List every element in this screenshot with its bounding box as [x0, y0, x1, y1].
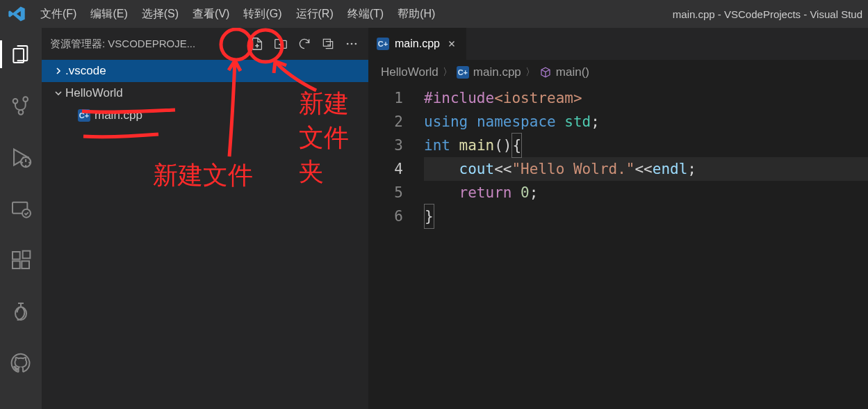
- line-gutter: 1 2 3 4 5 6: [368, 86, 424, 228]
- menubar: 文件(F) 编辑(E) 选择(S) 查看(V) 转到(G) 运行(R) 终端(T…: [33, 0, 442, 28]
- svg-point-2: [19, 110, 24, 115]
- code-content[interactable]: #include<iostream> using namespace std; …: [424, 86, 868, 228]
- tab-main-cpp[interactable]: C+ main.cpp: [368, 28, 466, 60]
- svg-point-11: [347, 43, 349, 45]
- activity-scm-icon[interactable]: [0, 88, 42, 124]
- activity-extensions-icon[interactable]: [0, 242, 42, 278]
- activity-remote-icon[interactable]: [0, 191, 42, 227]
- svg-rect-9: [23, 251, 31, 259]
- menu-go[interactable]: 转到(G): [236, 0, 288, 28]
- menu-file[interactable]: 文件(F): [33, 0, 83, 28]
- breadcrumb-symbol[interactable]: main(): [539, 65, 589, 79]
- vscode-logo-icon: [0, 5, 33, 23]
- editor-tabs: C+ main.cpp: [368, 28, 868, 60]
- svg-rect-8: [22, 261, 29, 268]
- menu-view[interactable]: 查看(V): [186, 0, 236, 28]
- explorer-sidebar: 资源管理器: VSCODEPROJE...: [42, 28, 368, 409]
- cpp-file-icon: C+: [76, 109, 92, 122]
- menu-help[interactable]: 帮助(H): [391, 0, 442, 28]
- explorer-title: 资源管理器: VSCODEPROJE...: [50, 38, 249, 51]
- svg-point-0: [23, 97, 28, 102]
- more-icon[interactable]: [343, 35, 360, 52]
- breadcrumbs[interactable]: HelloWorld 〉 C+ main.cpp 〉 main(): [368, 60, 868, 85]
- close-icon[interactable]: [445, 38, 458, 50]
- menu-terminal[interactable]: 终端(T): [341, 0, 391, 28]
- annotation-new-file: 新建文件: [153, 159, 253, 193]
- tree-label: main.cpp: [95, 109, 142, 122]
- tab-label: main.cpp: [395, 38, 440, 50]
- menu-edit[interactable]: 编辑(E): [83, 0, 134, 28]
- chevron-right-icon: 〉: [525, 66, 535, 79]
- tree-folder-vscode[interactable]: .vscode: [42, 60, 368, 82]
- tree-label: HelloWorld: [65, 86, 123, 100]
- activity-github-icon[interactable]: [0, 345, 42, 381]
- menu-selection[interactable]: 选择(S): [135, 0, 186, 28]
- svg-rect-6: [13, 252, 20, 259]
- svg-point-12: [351, 43, 353, 45]
- cpp-file-icon: C+: [457, 66, 469, 79]
- svg-point-1: [13, 99, 18, 104]
- explorer-header: 资源管理器: VSCODEPROJE...: [42, 28, 368, 60]
- menu-run[interactable]: 运行(R): [289, 0, 341, 28]
- breadcrumb-folder[interactable]: HelloWorld: [381, 65, 439, 79]
- activity-explorer-icon[interactable]: [0, 36, 42, 72]
- new-file-icon[interactable]: [249, 35, 265, 52]
- svg-rect-7: [13, 261, 20, 268]
- collapse-all-icon[interactable]: [320, 35, 336, 52]
- tree-label: .vscode: [65, 64, 106, 78]
- chevron-right-icon: 〉: [443, 66, 452, 79]
- activity-testing-icon[interactable]: [0, 294, 42, 330]
- cpp-file-icon: C+: [377, 38, 389, 50]
- titlebar: 文件(F) 编辑(E) 选择(S) 查看(V) 转到(G) 运行(R) 终端(T…: [0, 0, 868, 28]
- editor-area: C+ main.cpp HelloWorld 〉 C+ main.cpp 〉 m…: [368, 28, 868, 409]
- chevron-right-icon: [51, 65, 65, 77]
- chevron-down-icon: [51, 88, 65, 99]
- code-editor[interactable]: 1 2 3 4 5 6 #include<iostream> using nam…: [368, 85, 868, 228]
- breadcrumb-file[interactable]: C+ main.cpp: [457, 65, 521, 79]
- annotation-new-folder: 新建文件夹: [299, 87, 368, 189]
- activity-debug-icon[interactable]: [0, 139, 42, 175]
- activity-bar: [0, 28, 42, 409]
- window-title: main.cpp - VSCodeProjects - Visual Stud: [673, 8, 862, 20]
- new-folder-icon[interactable]: [272, 35, 289, 52]
- refresh-icon[interactable]: [296, 35, 313, 52]
- svg-point-13: [355, 43, 357, 45]
